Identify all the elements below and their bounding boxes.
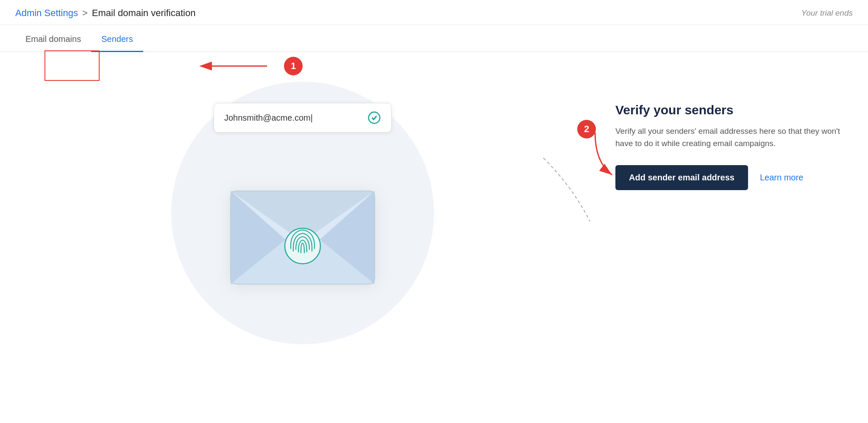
add-sender-button[interactable]: Add sender email address bbox=[615, 165, 748, 190]
cta-row: Add sender email address Learn more bbox=[615, 165, 853, 190]
illustration-area: Johnsmith@acme.com| bbox=[15, 69, 590, 357]
tabs-bar: Email domains Senders bbox=[0, 25, 868, 52]
main-content: 1 Johnsmith@acme.com| bbox=[0, 52, 868, 374]
check-verified-icon bbox=[367, 111, 381, 124]
breadcrumb-admin-settings[interactable]: Admin Settings bbox=[15, 8, 78, 19]
annotation-badge-1: 1 bbox=[284, 57, 303, 75]
envelope-illustration bbox=[218, 153, 387, 299]
envelope-svg bbox=[218, 153, 387, 297]
breadcrumb: Admin Settings > Email domain verificati… bbox=[15, 8, 195, 19]
learn-more-link[interactable]: Learn more bbox=[760, 173, 803, 182]
tab-email-domains[interactable]: Email domains bbox=[15, 25, 91, 52]
annotation-arrow-2 bbox=[587, 128, 629, 183]
info-panel: 2 Verify your senders Verify all your se… bbox=[615, 69, 853, 357]
tab-senders[interactable]: Senders bbox=[91, 25, 143, 52]
email-input-value: Johnsmith@acme.com| bbox=[224, 113, 361, 123]
email-input-mock: Johnsmith@acme.com| bbox=[214, 103, 392, 133]
trial-ends-badge: Your trial ends bbox=[801, 8, 853, 18]
info-panel-description: Verify all your senders' email addresses… bbox=[615, 125, 853, 150]
breadcrumb-current-page: Email domain verification bbox=[92, 8, 196, 19]
header: Admin Settings > Email domain verificati… bbox=[0, 0, 868, 25]
annotation-arrow-1 bbox=[203, 55, 288, 77]
info-panel-title: Verify your senders bbox=[615, 103, 853, 117]
breadcrumb-separator: > bbox=[82, 8, 88, 19]
